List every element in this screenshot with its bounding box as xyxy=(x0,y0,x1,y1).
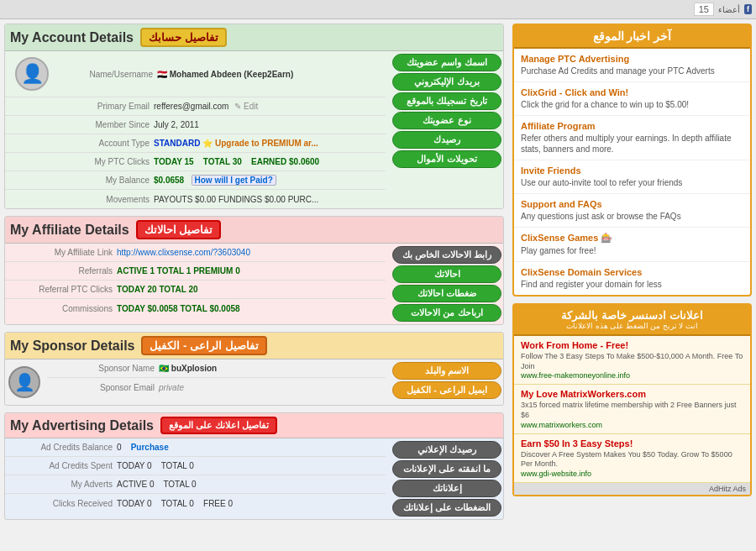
ad-desc-0: Follow The 3 Easy Steps To Make $500-$10… xyxy=(521,352,743,371)
movements-label: Movements xyxy=(49,195,150,204)
account-btn-2[interactable]: بريدك الإليكتروني xyxy=(392,73,501,91)
sponsor-email-row: Sponsor Email private xyxy=(47,378,386,396)
news-item-3: Invite Friends Use our auto-invite tool … xyxy=(514,160,750,194)
adv-btn-4[interactable]: الضغطات على إعلاناتك xyxy=(392,499,501,517)
balance-row: My Balance $0.0658 How will I get Paid? xyxy=(5,171,386,190)
since-row: Member Since July 2, 2011 xyxy=(5,116,386,134)
account-title: My Account Details xyxy=(10,30,134,45)
left-panel: My Account Details تفاصيل حسابك 👤 Name/U… xyxy=(0,19,508,531)
account-btn-5[interactable]: رصيدك xyxy=(392,131,501,149)
adv-clicks-row: Clicks Received TODAY 0 TOTAL 0 FREE 0 xyxy=(5,494,386,512)
news-title-4[interactable]: Support and FAQs xyxy=(521,199,743,209)
advertising-header: My Advertising Details تفاصيل اعلانك على… xyxy=(5,413,503,438)
news-desc-0: Purchase Ad Credits and manage your PTC … xyxy=(521,66,743,76)
account-btn-1[interactable]: اسمك واسم عضويتك xyxy=(392,54,501,71)
sponsor-email-label: Sponsor Email xyxy=(54,383,155,392)
account-btn-4[interactable]: نوع عضويتك xyxy=(392,112,501,129)
account-btn-3[interactable]: تاريخ تسجيلك بالموقع xyxy=(392,92,501,110)
affiliate-buttons: رابط الاحالات الخاص بك احالاتك ضغطات احا… xyxy=(386,244,503,324)
sponsor-name-text: buXplosion xyxy=(171,364,217,373)
aff-btn-3[interactable]: ضغطات احالاتك xyxy=(392,285,501,302)
upgrade-text[interactable]: Upgrade to PREMIUM ar... xyxy=(215,139,318,148)
purchase-link[interactable]: Purchase xyxy=(131,443,169,452)
ad-title-0[interactable]: Work From Home - Free! xyxy=(521,340,743,350)
member-count: 15 xyxy=(694,3,714,16)
sponsor-badge: تفاصيل الراعى - الكفيل xyxy=(141,336,266,355)
news-title-5[interactable]: ClixSense Games 🎰 xyxy=(521,233,743,244)
adv-btn-2[interactable]: ما انفقته على الإعلانات xyxy=(392,460,501,478)
account-btn-6[interactable]: تحويلات الأموال xyxy=(392,150,501,168)
type-row: Account Type STANDARD ⭐ Upgrade to PREMI… xyxy=(5,134,386,153)
news-item-4: Support and FAQs Any questions just ask … xyxy=(514,194,750,228)
facebook-icon[interactable]: f xyxy=(744,4,752,14)
aff-referrals-value: ACTIVE 1 TOTAL 1 PREMIUM 0 xyxy=(113,266,379,276)
howpaid-link[interactable]: How will I get Paid? xyxy=(192,175,276,186)
news-title-0[interactable]: Manage PTC Advertising xyxy=(521,54,743,64)
news-title-3[interactable]: Invite Friends xyxy=(521,165,743,176)
adverts-total: TOTAL 0 xyxy=(163,480,196,489)
aff-link-label: My Affiliate Link xyxy=(12,248,113,257)
type-label: Account Type xyxy=(49,139,150,148)
aff-btn-4[interactable]: ارباحك من الاحالات xyxy=(392,304,501,322)
advertising-buttons: رصيدك الإعلاني ما انفقته على الإعلانات إ… xyxy=(386,438,503,519)
account-inner: 👤 Name/Username 🇪🇬 Mohamed Abdeen (Keep2… xyxy=(5,51,503,208)
flag-eg: 🇪🇬 xyxy=(157,70,170,79)
adv-btn-3[interactable]: إعلاناتك xyxy=(392,480,501,497)
spent-row: Ad Credits Spent TODAY 0 TOTAL 0 xyxy=(5,457,386,475)
sponsor-email-value: private xyxy=(155,383,379,392)
movements-row: Movements PAYOUTS $0.00 FUNDINGS $0.00 P… xyxy=(5,190,386,208)
affiliate-inner: My Affiliate Link http://www.clixsense.c… xyxy=(5,244,503,324)
sponsor-flag: 🇧🇷 xyxy=(159,364,169,373)
affiliate-data: My Affiliate Link http://www.clixsense.c… xyxy=(5,244,386,324)
ad-url-1: www.matrixworkers.com xyxy=(521,421,743,429)
advertising-inner: Ad Credits Balance 0 Purchase Ad Credits… xyxy=(5,438,503,519)
since-label: Member Since xyxy=(49,120,150,129)
main-container: My Account Details تفاصيل حسابك 👤 Name/U… xyxy=(0,19,756,531)
account-buttons: اسمك واسم عضويتك بريدك الإليكتروني تاريخ… xyxy=(386,51,503,208)
sponsor-buttons: الاسم والبلد ايميل الراعى - الكفيل xyxy=(386,359,503,405)
clicks-today: TODAY 15 xyxy=(154,157,194,166)
advertising-title: My Advertising Details xyxy=(10,418,154,433)
aff-btn-1[interactable]: رابط الاحالات الخاص بك xyxy=(392,246,501,264)
news-item-6: ClixSense Domain Services Find and regis… xyxy=(514,262,750,295)
top-bar: 15 أعضاء f xyxy=(0,0,756,19)
news-title-1[interactable]: ClixGrid - Click and Win! xyxy=(521,87,743,97)
news-title-2[interactable]: Affiliate Program xyxy=(521,121,743,131)
spent-label: Ad Credits Spent xyxy=(12,461,113,470)
since-value: July 2, 2011 xyxy=(150,120,379,129)
aff-referrals-label: Referrals xyxy=(12,266,113,276)
ad-title-2[interactable]: Earn $50 In 3 Easy Steps! xyxy=(521,438,743,449)
sponsor-header: My Sponsor Details تفاصيل الراعى - الكفي… xyxy=(5,333,503,359)
news-desc-3: Use our auto-invite tool to refer your f… xyxy=(521,177,743,188)
news-title-6[interactable]: ClixSense Domain Services xyxy=(521,267,743,277)
news-desc-5: Play games for free! xyxy=(521,245,743,256)
affiliate-header: My Affiliate Details تفاصيل احالاتك xyxy=(5,217,503,244)
news-desc-6: Find and register your domain for less xyxy=(521,279,743,290)
aff-commissions-value: TODAY $0.0058 TOTAL $0.0058 xyxy=(113,304,379,313)
balance-label: My Balance xyxy=(49,176,150,185)
sponsor-name-value: 🇧🇷 buXplosion xyxy=(155,364,379,373)
aff-link-value: http://www.clixsense.com/?3603040 xyxy=(113,248,379,257)
ad-item-0: Work From Home - Free! Follow The 3 Easy… xyxy=(514,336,750,385)
sponsor-btn-2[interactable]: ايميل الراعى - الكفيل xyxy=(392,381,501,399)
aff-link-url[interactable]: http://www.clixsense.com/?3603040 xyxy=(117,248,250,257)
name-text: Mohamed Abdeen (Keep2Earn) xyxy=(170,70,293,79)
avatar: 👤 xyxy=(15,57,49,91)
sponsor-btn-1[interactable]: الاسم والبلد xyxy=(392,362,501,380)
spent-value: TODAY 0 TOTAL 0 xyxy=(113,461,379,470)
star-icon: ⭐ xyxy=(202,139,215,148)
sponsor-name-row: Sponsor Name 🇧🇷 buXplosion xyxy=(47,359,386,378)
adv-clicks-value: TODAY 0 TOTAL 0 FREE 0 xyxy=(113,499,379,508)
sponsor-inner: 👤 Sponsor Name 🇧🇷 buXplosion Sponsor Ema… xyxy=(5,359,503,405)
edit-link[interactable]: ✎ Edit xyxy=(234,102,258,111)
adv-clicks-label: Clicks Received xyxy=(12,499,113,508)
news-item-0: Manage PTC Advertising Purchase Ad Credi… xyxy=(514,49,750,82)
clicks-value: TODAY 15 TOTAL 30 EARNED $0.0600 xyxy=(150,157,379,166)
email-label: Primary Email xyxy=(49,102,150,111)
clicks-row: My PTC Clicks TODAY 15 TOTAL 30 EARNED $… xyxy=(5,153,386,171)
adv-btn-1[interactable]: رصيدك الإعلاني xyxy=(392,441,501,459)
ads-panel: اعلانات ادسنسر خاصة بالشركة انت لا تربح … xyxy=(512,303,752,496)
ad-title-1[interactable]: My Love MatrixWorkers.com xyxy=(521,389,743,399)
ad-url-0: www.free-makemoneyonline.info xyxy=(521,371,743,380)
aff-btn-2[interactable]: احالاتك xyxy=(392,265,501,283)
